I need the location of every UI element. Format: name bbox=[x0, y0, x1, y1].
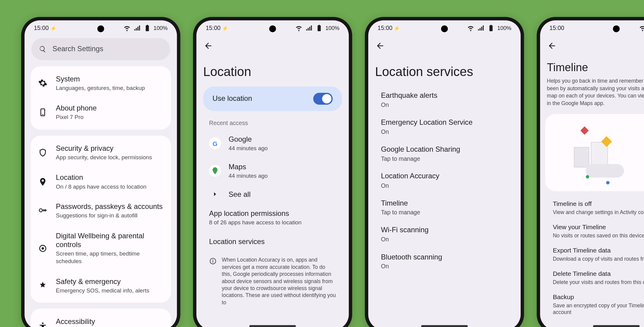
battery-icon bbox=[315, 24, 323, 32]
shield-icon bbox=[38, 148, 47, 157]
status-time: 15:00 bbox=[206, 25, 220, 31]
charging-icon: ⚡ bbox=[50, 26, 57, 31]
row-title: Location Accuracy bbox=[381, 172, 508, 181]
svg-point-7 bbox=[214, 169, 216, 171]
app-name: Maps bbox=[229, 162, 268, 171]
maps-app-icon bbox=[209, 165, 221, 177]
row-title: Backup bbox=[553, 293, 644, 301]
row-title: Wi-Fi scanning bbox=[381, 226, 508, 235]
row-sub: Tap to manage bbox=[381, 155, 508, 162]
row-sub: Screen time, app timers, bedtime schedul… bbox=[56, 250, 164, 265]
status-time: 15:00 bbox=[34, 25, 49, 31]
wifi-icon bbox=[639, 24, 644, 32]
row-title: Safety & emergency bbox=[56, 277, 164, 286]
service-row[interactable]: Bluetooth scanningOn bbox=[374, 248, 515, 275]
info-text: When Location Accuracy is on, apps and s… bbox=[222, 256, 336, 306]
battery-icon bbox=[143, 24, 151, 32]
back-button[interactable] bbox=[546, 40, 558, 52]
row-sub: Suggestions for sign-in & autofill bbox=[56, 212, 164, 220]
row-sub: Delete your visits and routes from this … bbox=[553, 279, 644, 286]
service-row[interactable]: TimelineTap to manage bbox=[374, 194, 515, 221]
timeline-row[interactable]: Delete Timeline dataDelete your visits a… bbox=[546, 266, 644, 289]
timeline-row[interactable]: Export Timeline dataDownload a copy of v… bbox=[546, 243, 644, 266]
back-button[interactable] bbox=[202, 40, 214, 52]
row-sub: On bbox=[381, 262, 508, 270]
row-title: Timeline is off bbox=[553, 200, 644, 208]
service-row[interactable]: Wi-Fi scanningOn bbox=[374, 221, 515, 248]
timeline-description: Helps you go back in time and remember w… bbox=[540, 78, 644, 111]
recent-app-row[interactable]: Maps44 minutes ago bbox=[202, 157, 343, 185]
settings-row[interactable]: SystemLanguages, gestures, time, backup bbox=[31, 69, 171, 98]
back-button[interactable] bbox=[374, 40, 386, 52]
nav-pill[interactable] bbox=[421, 325, 468, 327]
page-title: Timeline bbox=[540, 56, 644, 78]
recent-app-row[interactable]: GGoogle44 minutes ago bbox=[202, 130, 343, 157]
camera-notch bbox=[97, 25, 104, 32]
charging-icon: ⚡ bbox=[394, 26, 400, 31]
signal-icon bbox=[305, 24, 313, 32]
phone-location-services: 15:00 ⚡ 100% Location services Earthquak… bbox=[365, 17, 524, 327]
service-row[interactable]: Location AccuracyOn bbox=[374, 167, 515, 194]
settings-row[interactable]: About phonePixel 7 Pro bbox=[31, 98, 171, 127]
row-sub: Download a copy of visits and routes fro… bbox=[553, 256, 644, 263]
stage: 15:00 ⚡ 100% Search Settings SystemLangu… bbox=[0, 0, 644, 327]
app-sub: 44 minutes ago bbox=[229, 145, 268, 152]
dot-icon bbox=[606, 181, 610, 184]
use-location-toggle-row[interactable]: Use location bbox=[203, 87, 342, 111]
see-all-label: See all bbox=[229, 190, 251, 199]
settings-row[interactable]: Digital Wellbeing & parental controlsScr… bbox=[31, 226, 171, 271]
app-name: Google bbox=[229, 135, 268, 144]
timeline-hero-illustration bbox=[545, 114, 644, 191]
row-title: Timeline bbox=[381, 199, 508, 208]
search-settings-bar[interactable]: Search Settings bbox=[31, 38, 170, 60]
wifi-icon bbox=[467, 24, 474, 32]
row-sub: On bbox=[381, 236, 508, 243]
row-sub: On bbox=[381, 101, 508, 109]
info-icon bbox=[209, 257, 217, 265]
row-sub: 8 of 26 apps have access to location bbox=[209, 219, 336, 226]
settings-row[interactable]: AccessibilityDisplay, interaction, audio bbox=[31, 311, 171, 327]
service-row[interactable]: Google Location SharingTap to manage bbox=[374, 140, 515, 167]
row-title: Bluetooth scanning bbox=[381, 253, 508, 262]
timeline-row[interactable]: BackupSave an encrypted copy of your Tim… bbox=[546, 289, 644, 320]
phone-timeline: 15:00 100% Timeline Helps you go back in… bbox=[537, 17, 644, 327]
row-title: Earthquake alerts bbox=[381, 91, 508, 100]
location-pin-icon bbox=[38, 177, 47, 187]
google-app-icon: G bbox=[209, 137, 221, 149]
service-row[interactable]: Emergency Location ServiceOn bbox=[374, 113, 515, 140]
app-location-permissions[interactable]: App location permissions 8 of 26 apps ha… bbox=[202, 204, 343, 232]
location-services-row[interactable]: Location services bbox=[202, 232, 343, 252]
row-title: Google Location Sharing bbox=[381, 145, 508, 154]
row-title: View your Timeline bbox=[553, 223, 644, 231]
see-all-row[interactable]: See all bbox=[202, 185, 343, 204]
nav-pill[interactable] bbox=[249, 325, 296, 327]
chevron-right-icon bbox=[209, 190, 221, 198]
row-sub: Tap to manage bbox=[381, 209, 508, 216]
row-sub: Pixel 7 Pro bbox=[56, 114, 164, 121]
settings-row[interactable]: Security & privacyApp security, device l… bbox=[31, 138, 171, 167]
battery-icon bbox=[487, 24, 495, 32]
row-title: Security & privacy bbox=[56, 144, 164, 153]
row-title: Location services bbox=[209, 237, 336, 246]
key-icon bbox=[38, 206, 47, 216]
nav-pill[interactable] bbox=[593, 325, 639, 327]
row-sub: Save an encrypted copy of your Timeline … bbox=[553, 302, 644, 316]
wifi-icon bbox=[295, 24, 302, 32]
settings-row[interactable]: Passwords, passkeys & accountsSuggestion… bbox=[31, 196, 171, 225]
toggle-label: Use location bbox=[213, 94, 252, 103]
page-title: Location bbox=[197, 56, 349, 87]
row-sub: App security, device lock, permissions bbox=[56, 154, 164, 161]
svg-rect-1 bbox=[42, 114, 44, 115]
battery-pct: 100% bbox=[325, 25, 340, 31]
timeline-row[interactable]: Timeline is offView and change settings … bbox=[546, 196, 644, 220]
switch-on[interactable] bbox=[313, 93, 333, 105]
phone-rect-icon bbox=[38, 108, 47, 117]
map-pin-icon bbox=[581, 126, 589, 135]
wifi-icon bbox=[123, 24, 131, 32]
settings-row[interactable]: LocationOn / 8 apps have access to locat… bbox=[31, 167, 171, 196]
timeline-row[interactable]: View your TimelineNo visits or routes sa… bbox=[546, 220, 644, 243]
gear-icon bbox=[38, 79, 47, 88]
service-row[interactable]: Earthquake alertsOn bbox=[374, 87, 515, 114]
status-bar: 15:00 100% bbox=[540, 20, 644, 35]
settings-row[interactable]: Safety & emergencyEmergency SOS, medical… bbox=[31, 271, 171, 300]
